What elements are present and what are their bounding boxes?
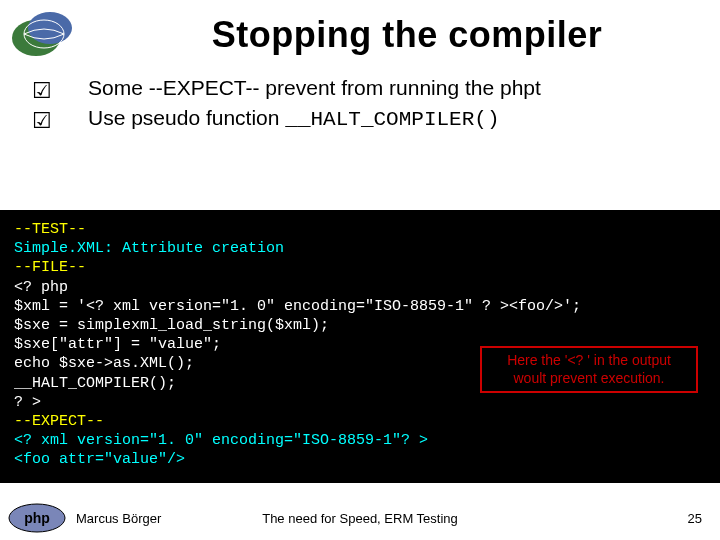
callout-line: Here the '<? ' in the output: [488, 352, 690, 370]
footer-author: Marcus Börger: [76, 511, 161, 526]
code-line: --TEST--: [14, 220, 706, 239]
code-line: <foo attr="value"/>: [14, 450, 706, 469]
callout-box: Here the '<? ' in the output woult preve…: [480, 346, 698, 393]
code-line: $sxe = simplexml_load_string($xml);: [14, 316, 706, 335]
code-block: --TEST--Simple.XML: Attribute creation--…: [0, 210, 720, 483]
bullet-text: Some --EXPECT-- prevent from running the…: [88, 74, 696, 102]
footer-page: 25: [688, 511, 702, 526]
code-line: --EXPECT--: [14, 412, 706, 431]
footer-center: The need for Speed, ERM Testing: [262, 511, 458, 526]
bullet-list: ☑ Some --EXPECT-- prevent from running t…: [0, 74, 720, 134]
code-line: Simple.XML: Attribute creation: [14, 239, 706, 258]
bullet-text: Use pseudo function __HALT_COMPILER(): [88, 104, 696, 134]
footer: php Marcus Börger The need for Speed, ER…: [0, 502, 720, 534]
bullet-item: ☑ Some --EXPECT-- prevent from running t…: [32, 74, 696, 104]
bullet-item: ☑ Use pseudo function __HALT_COMPILER(): [32, 104, 696, 134]
callout-line: woult prevent execution.: [488, 370, 690, 388]
code-line: <? php: [14, 278, 706, 297]
bullet-mono: __HALT_COMPILER(): [285, 108, 499, 131]
code-line: --FILE--: [14, 258, 706, 277]
bullet-prefix: Use pseudo function: [88, 106, 285, 129]
footer-left: php Marcus Börger: [8, 503, 161, 533]
code-line: ? >: [14, 393, 706, 412]
checkmark-icon: ☑: [32, 106, 88, 136]
slide-title: Stopping the compiler: [0, 0, 720, 74]
checkmark-icon: ☑: [32, 76, 88, 106]
php-logo-icon: php: [8, 503, 66, 533]
corner-logo: [8, 6, 80, 62]
globe-icon: [8, 6, 80, 62]
svg-point-1: [28, 12, 72, 44]
code-line: $xml = '<? xml version="1. 0" encoding="…: [14, 297, 706, 316]
code-line: <? xml version="1. 0" encoding="ISO-8859…: [14, 431, 706, 450]
svg-text:php: php: [24, 510, 50, 526]
